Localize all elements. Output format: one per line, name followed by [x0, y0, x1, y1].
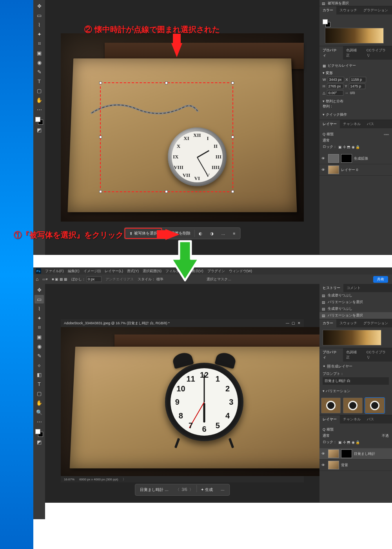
quickmask-icon[interactable]: ◩	[34, 125, 44, 134]
selection-marquee[interactable]	[100, 82, 233, 192]
clone-tool-icon[interactable]: ⟐	[34, 361, 44, 369]
document-image[interactable]: XIIIIIIIIIIIIVVIVIIVIIIIXXXI	[61, 33, 304, 222]
properties-button[interactable]: ≡	[229, 229, 240, 238]
frame-tool-icon[interactable]: ▣	[34, 49, 44, 57]
crop-tool-icon[interactable]: ⌗	[34, 323, 44, 332]
alarm-clock: 121234567891011	[165, 363, 243, 441]
window-controls[interactable]: —▢✕	[283, 321, 301, 325]
prompt-value[interactable]: 目覚まし時計 白	[323, 377, 389, 385]
screenshot-after: Ps ファイル(F)編集(E)イメージ(I)レイヤー(L)書式(Y)選択範囲(S…	[33, 267, 392, 503]
color-panel-tabs[interactable]: カラー スウォッチ グラデーション	[319, 6, 392, 15]
left-toolbar: ✥ ▭ ⌇ ✦ ⌗ ▣ ◉ ✎ ⟐ ◧ T ▢ ✋ 🔍 ⋯ ◩	[33, 284, 45, 519]
history-row[interactable]: ▤ バリエーションを選択	[319, 312, 392, 319]
lasso-tool-icon[interactable]: ⌇	[34, 304, 44, 313]
y-field[interactable]	[349, 84, 365, 89]
select-and-mask-button[interactable]: 選択とマスク…	[207, 277, 231, 282]
history-row[interactable]: ▤ 生成塗りつぶし	[319, 305, 392, 312]
document-image[interactable]: 121234567891011	[61, 327, 359, 476]
arrow-down-icon	[171, 43, 182, 57]
close-icon: ✕	[298, 321, 301, 325]
properties-panel-tabs[interactable]: プロパティ 色調補正 CCライブラリ	[319, 46, 392, 60]
marquee-tool-icon[interactable]: ▭	[34, 11, 44, 20]
move-tool-icon[interactable]: ✥	[34, 285, 44, 294]
variation-nav[interactable]: 〈 3/6 〉	[172, 485, 196, 494]
history-row[interactable]: ▤ バリエーションを選択	[319, 299, 392, 305]
shape-tool-icon[interactable]: ▢	[34, 389, 44, 398]
foreground-background-colors[interactable]	[35, 117, 43, 125]
hand-tool-icon[interactable]: ✋	[34, 398, 44, 407]
lasso-tool-icon[interactable]: ⌇	[34, 20, 44, 29]
maximize-icon: ▢	[292, 321, 295, 325]
screenshot-before: ✥ ▭ ⌇ ✦ ⌗ ▣ ◉ ✎ T ▢ ✋ ⋯ ◩	[33, 0, 392, 255]
brush-tool-icon[interactable]: ✎	[34, 351, 44, 360]
share-button[interactable]: 共有	[373, 276, 388, 283]
height-field[interactable]	[327, 84, 343, 89]
right-panels: ▤被写体を選択 カラー スウォッチ グラデーション プロパティ 色調補正 CCラ…	[319, 0, 392, 255]
left-toolbar: ✥ ▭ ⌇ ✦ ⌗ ▣ ◉ ✎ T ▢ ✋ ⋯ ◩	[33, 0, 45, 255]
more-tools-icon[interactable]: ⋯	[34, 105, 44, 114]
photoshop-logo-icon: Ps	[36, 268, 41, 274]
color-spectrum[interactable]	[325, 28, 384, 44]
eyedropper-tool-icon[interactable]: ◉	[34, 58, 44, 67]
more-options-button[interactable]: …	[217, 485, 229, 494]
text-tool-icon[interactable]: T	[34, 77, 44, 85]
wand-tool-icon[interactable]: ✦	[34, 314, 44, 322]
layer-row[interactable]: 👁目覚まし時計	[319, 448, 392, 460]
layers-panel-tabs[interactable]: レイヤー チャンネル パス	[319, 120, 392, 128]
adjustment-button[interactable]: ◐	[195, 229, 206, 238]
shape-tool-icon[interactable]: ▢	[34, 86, 44, 95]
history-row[interactable]: ▤ 生成塗りつぶし	[319, 292, 392, 299]
properties-panel-tabs[interactable]: プロパティ 色調補正 CCライブラリ	[319, 348, 392, 362]
x-field[interactable]	[350, 77, 366, 82]
hand-tool-icon[interactable]: ✋	[34, 96, 44, 104]
tutorial-composite: ✥ ▭ ⌇ ✦ ⌗ ▣ ◉ ✎ T ▢ ✋ ⋯ ◩	[0, 0, 392, 549]
marquee-mode-icon[interactable]: ▭▾	[42, 277, 48, 281]
visibility-icon[interactable]: 👁	[321, 463, 326, 467]
annotation-step1: ①『被写体を選択』をクリック	[14, 230, 123, 240]
gradient-tool-icon[interactable]: ◧	[34, 370, 44, 379]
options-bar[interactable]: ⌂ ▭▾ ■ ▣ ▦ ▩ ぼかし： アンチエイリアス スタイル：標準 選択とマス…	[33, 274, 392, 284]
move-tool-icon[interactable]: ✥	[34, 2, 44, 10]
layer-row[interactable]: 👁生成拡張	[319, 153, 392, 164]
color-panel-tabs[interactable]: カラー スウォッチ グラデーション	[319, 319, 392, 327]
prompt-display[interactable]: 目覚まし時計 …	[136, 485, 172, 494]
canvas-area: XIIIIIIIIIIIIVVIVIIVIIIIXXXI	[45, 0, 319, 255]
visibility-icon[interactable]: 👁	[321, 156, 326, 160]
wand-tool-icon[interactable]: ✦	[34, 30, 44, 38]
quickmask-icon[interactable]: ◩	[34, 438, 44, 446]
layers-panel-tabs[interactable]: レイヤー チャンネル パス	[319, 415, 392, 424]
text-tool-icon[interactable]: T	[34, 380, 44, 388]
frame-tool-icon[interactable]: ▣	[34, 333, 44, 341]
color-spectrum[interactable]	[323, 330, 381, 345]
desktop-background-strip	[0, 0, 33, 549]
generate-button[interactable]: ✦ 生成	[197, 485, 217, 494]
brush-tool-icon[interactable]: ✎	[34, 67, 44, 76]
layer-row[interactable]: 👁レイヤー 0	[319, 164, 392, 176]
angle-field[interactable]	[327, 90, 343, 96]
visibility-icon[interactable]: 👁	[321, 452, 326, 456]
select-subject-button[interactable]: ⬆ 被写体を選択	[125, 229, 162, 238]
layer-row[interactable]: 👁背景	[319, 460, 392, 471]
big-transition-arrow-icon	[169, 239, 201, 283]
feather-field[interactable]	[87, 276, 102, 282]
home-icon[interactable]: ⌂	[36, 276, 38, 282]
document-tab[interactable]: AdobeStock_334843831.jpeg @ 16.7% (目覚まし時…	[61, 319, 304, 327]
canvas-area: AdobeStock_334843831.jpeg @ 16.7% (目覚まし時…	[45, 284, 319, 503]
foreground-background-colors[interactable]	[35, 429, 43, 437]
width-field[interactable]	[328, 77, 344, 82]
visibility-icon[interactable]: 👁	[321, 168, 326, 172]
annotation-step2: ② 懐中時計が点線で囲まれ選択された	[84, 24, 220, 35]
document-status-bar: 16.67% 6000 px x 4000 px (300 ppi) 〉	[61, 476, 304, 482]
marquee-tool-icon[interactable]: ▭	[34, 295, 44, 304]
variations-row[interactable]	[319, 396, 392, 415]
menu-bar[interactable]: Ps ファイル(F)編集(E)イメージ(I)レイヤー(L)書式(Y)選択範囲(S…	[33, 267, 392, 274]
minimize-icon: —	[286, 321, 289, 325]
eyedropper-tool-icon[interactable]: ◉	[34, 342, 44, 351]
crop-tool-icon[interactable]: ⌗	[34, 39, 44, 48]
more-options-button[interactable]: …	[218, 229, 229, 238]
more-tools-icon[interactable]: ⋯	[34, 417, 44, 426]
transform-button[interactable]: ◑	[206, 229, 218, 238]
history-panel-tabs[interactable]: ヒストリー コメント	[319, 284, 392, 292]
zoom-tool-icon[interactable]: 🔍	[34, 408, 44, 416]
contextual-taskbar: ⬆ 被写体を選択 ▧ 背景を削除 ◐ ◑ … ≡	[124, 227, 241, 239]
